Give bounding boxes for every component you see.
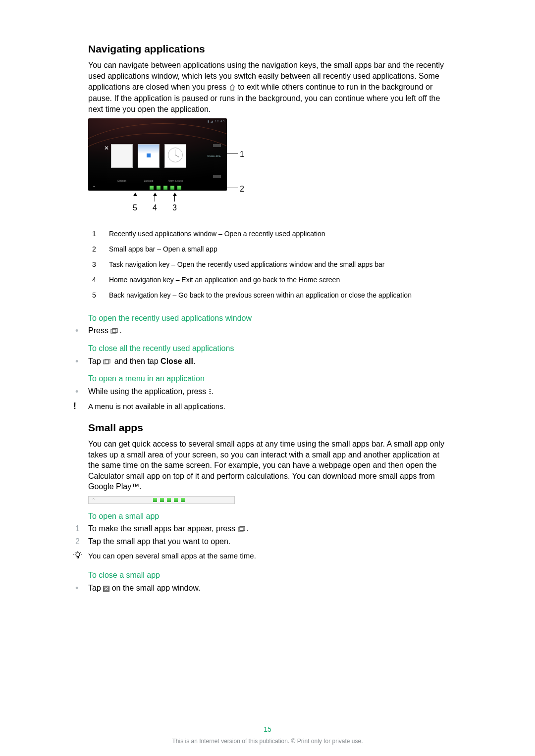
step-text: Tap on the small app window. — [88, 583, 200, 595]
recent-apps-panel: ✕ Settings Last app Alarm & clock — [111, 144, 210, 177]
close-all-text: Close all ▸ — [207, 154, 221, 158]
svg-rect-5 — [209, 391, 211, 392]
svg-line-15 — [80, 552, 81, 553]
bullet-icon: • — [75, 325, 88, 336]
app-label: Settings — [111, 179, 133, 183]
heading-close-small-app: To close a small app — [88, 570, 445, 581]
intro-paragraph-2: You can get quick access to several smal… — [88, 439, 445, 492]
up-arrow-icon: ⌃ — [92, 497, 96, 503]
step-text: Tap the small app that you want to open. — [88, 536, 230, 547]
step-text: Press . — [88, 325, 122, 337]
footer-text: This is an Internet version of this publ… — [0, 737, 535, 745]
callout-4: 4 — [153, 202, 157, 213]
tip-text: You can open several small apps at the s… — [88, 551, 256, 561]
step-text: To make the small apps bar appear, press… — [88, 523, 249, 535]
up-arrow-icon: ⌃ — [92, 185, 96, 191]
legend-table: 1Recently used applications window – Ope… — [88, 226, 417, 302]
step-number: 1 — [75, 523, 88, 534]
bullet-icon: • — [75, 386, 88, 397]
heading-close-all: To close all the recently used applicati… — [88, 343, 445, 354]
callout-5: 5 — [133, 202, 137, 213]
app-label: Last app — [138, 179, 160, 183]
app-label: Alarm & clock — [164, 179, 186, 183]
callout-2: 2 — [240, 184, 244, 195]
svg-rect-10 — [77, 556, 79, 558]
step-text: Tap and then tap Close all. — [88, 356, 195, 368]
svg-rect-6 — [209, 393, 211, 394]
note-text: A menu is not available in all applicati… — [88, 402, 225, 411]
figure-recent-apps: ▮ ◢ 12:45 ✕ Settings Last app Alarm & cl… — [88, 118, 247, 212]
table-row: 1Recently used applications window – Ope… — [88, 226, 417, 242]
warning-icon: ! — [73, 402, 88, 410]
heading-open-small-app: To open a small app — [88, 511, 445, 522]
svg-point-9 — [76, 553, 80, 556]
svg-rect-4 — [209, 389, 211, 390]
table-row: 4Home navigation key – Exit an applicati… — [88, 272, 417, 288]
close-icon: ✕ — [104, 144, 109, 152]
tip-icon — [73, 551, 88, 561]
intro-paragraph-1: You can navigate between applications us… — [88, 60, 445, 114]
heading-open-recent: To open the recently used applications w… — [88, 313, 445, 324]
step-text: While using the application, press . — [88, 386, 214, 398]
h2-small-apps: Small apps — [88, 421, 445, 435]
h2-navigating-applications: Navigating applications — [88, 42, 445, 56]
heading-open-menu: To open a menu in an application — [88, 373, 445, 384]
table-row: 2Small apps bar – Open a small app — [88, 242, 417, 257]
bullet-icon: • — [75, 583, 88, 594]
page-number: 15 — [0, 725, 535, 734]
figure-small-apps-bar: ⌃ — [88, 496, 235, 504]
recent-apps-icon — [110, 326, 119, 337]
device-screen: ▮ ◢ 12:45 ✕ Settings Last app Alarm & cl… — [88, 118, 227, 191]
recent-apps-icon — [238, 524, 247, 535]
bullet-icon: • — [75, 356, 88, 367]
home-icon — [229, 83, 236, 94]
callout-1: 1 — [240, 149, 244, 160]
statusbar: ▮ ◢ 12:45 — [208, 119, 225, 123]
small-apps-bar: ⌃ — [88, 185, 227, 191]
svg-line-14 — [75, 552, 76, 553]
close-x-icon — [103, 584, 109, 595]
recent-apps-icon — [103, 357, 112, 368]
table-row: 5Back navigation key – Go back to the pr… — [88, 288, 417, 303]
table-row: 3Task navigation key – Open the recently… — [88, 257, 417, 272]
callout-3: 3 — [172, 202, 177, 213]
step-number: 2 — [75, 536, 88, 547]
